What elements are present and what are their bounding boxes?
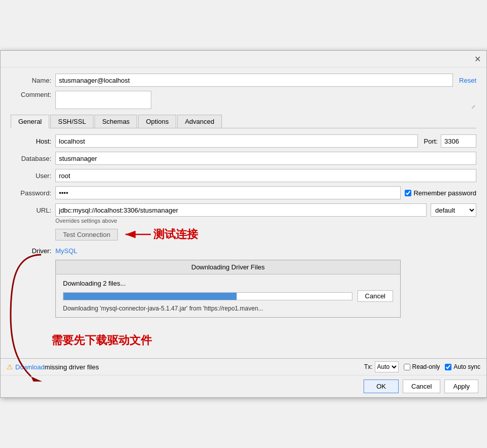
tab-advanced[interactable]: Advanced: [177, 115, 222, 128]
password-input[interactable]: [55, 186, 401, 199]
url-input[interactable]: [55, 203, 427, 217]
dialog-body: Name: Reset Comment: ⤢ General SSH/SSL S…: [1, 67, 486, 354]
host-port-row: Host: Port:: [11, 134, 476, 148]
name-label: Name:: [11, 77, 51, 84]
database-label: Database:: [11, 155, 51, 162]
connection-dialog: ✕ Name: Reset Comment: ⤢ General SSH/SSL…: [0, 50, 487, 398]
driver-label: Driver:: [11, 247, 51, 255]
test-connection-annotation: 测试连接: [153, 227, 198, 242]
comment-input[interactable]: [55, 91, 151, 109]
tab-general[interactable]: General: [11, 115, 49, 128]
password-label: Password:: [11, 189, 51, 197]
database-input[interactable]: [55, 152, 476, 165]
user-row: User:: [11, 169, 476, 182]
comment-row: Comment: ⤢: [11, 91, 476, 111]
readonly-checkbox[interactable]: [404, 364, 410, 370]
host-input[interactable]: [55, 134, 418, 148]
autosync-label[interactable]: Auto sync: [445, 363, 480, 370]
name-input[interactable]: [55, 74, 453, 87]
bottom-annotation: 需要先下载驱动文件: [11, 333, 476, 348]
host-label: Host:: [11, 137, 51, 145]
progress-bar-fill: [63, 293, 237, 300]
tx-dropdown[interactable]: Auto: [375, 361, 399, 372]
name-input-wrapper: Reset: [55, 74, 476, 87]
status-left: ⚠ Download missing driver files: [7, 363, 99, 371]
status-bar: ⚠ Download missing driver files Tx: Auto…: [1, 358, 486, 375]
arrow-icon: [123, 227, 153, 242]
bottom-buttons: OK Cancel Apply: [1, 375, 486, 397]
autosync-checkbox[interactable]: [445, 364, 451, 370]
tx-label: Tx: Auto: [364, 361, 399, 372]
test-connection-row: Test Connection 测试连接: [11, 227, 476, 242]
arrow-annotation: 测试连接: [123, 227, 198, 242]
cancel-download-button[interactable]: Cancel: [358, 290, 393, 302]
readonly-label[interactable]: Read-only: [404, 363, 440, 370]
progress-bar-bg: [63, 292, 352, 300]
remember-label: Remember password: [413, 189, 476, 197]
status-right: Tx: Auto Read-only Auto sync: [364, 361, 480, 372]
missing-driver-text: missing driver files: [45, 363, 99, 371]
comment-wrapper: ⤢: [55, 91, 476, 111]
database-row: Database:: [11, 152, 476, 165]
password-row: Password: Remember password: [11, 186, 476, 199]
bottom-annotation-text: 需要先下载驱动文件: [51, 333, 152, 348]
download-status: Downloading 2 files...: [63, 280, 393, 287]
tab-options[interactable]: Options: [138, 115, 176, 128]
ok-button[interactable]: OK: [364, 380, 399, 393]
title-bar: ✕: [1, 51, 486, 67]
download-section: Downloading Driver Files Downloading 2 f…: [11, 260, 476, 348]
cancel-button[interactable]: Cancel: [403, 380, 440, 393]
overrides-note: Overrides settings above: [55, 218, 476, 224]
apply-button[interactable]: Apply: [444, 380, 478, 393]
url-row: URL: default: [11, 203, 476, 217]
reset-link[interactable]: Reset: [459, 77, 476, 84]
download-body: Downloading 2 files... Cancel Downloadin…: [56, 274, 400, 317]
name-row: Name: Reset: [11, 74, 476, 87]
driver-link[interactable]: MySQL: [55, 247, 77, 255]
download-link[interactable]: Download: [15, 363, 45, 371]
expand-icon[interactable]: ⤢: [471, 104, 475, 110]
download-info: Downloading 'mysql-connector-java-5.1.47…: [63, 305, 393, 312]
download-dialog: Downloading Driver Files Downloading 2 f…: [55, 260, 401, 318]
user-label: User:: [11, 172, 51, 180]
tabs: General SSH/SSL Schemas Options Advanced: [11, 115, 476, 128]
port-input[interactable]: [441, 134, 476, 148]
port-label: Port:: [424, 137, 438, 145]
warning-icon: ⚠: [7, 363, 13, 371]
download-header: Downloading Driver Files: [56, 260, 400, 274]
tab-sshssl[interactable]: SSH/SSL: [50, 115, 93, 128]
remember-checkbox-input[interactable]: [405, 190, 411, 196]
driver-row: Driver: MySQL: [11, 247, 476, 255]
tab-schemas[interactable]: Schemas: [94, 115, 137, 128]
user-input[interactable]: [55, 169, 476, 182]
comment-label: Comment:: [11, 91, 51, 98]
test-connection-section: Test Connection 测试连接: [11, 227, 476, 242]
url-type-dropdown[interactable]: default: [431, 203, 476, 217]
url-label: URL:: [11, 206, 51, 214]
remember-checkbox[interactable]: Remember password: [405, 189, 476, 197]
close-button[interactable]: ✕: [472, 54, 482, 64]
progress-row: Cancel: [63, 290, 393, 302]
test-connection-button[interactable]: Test Connection: [55, 229, 118, 240]
